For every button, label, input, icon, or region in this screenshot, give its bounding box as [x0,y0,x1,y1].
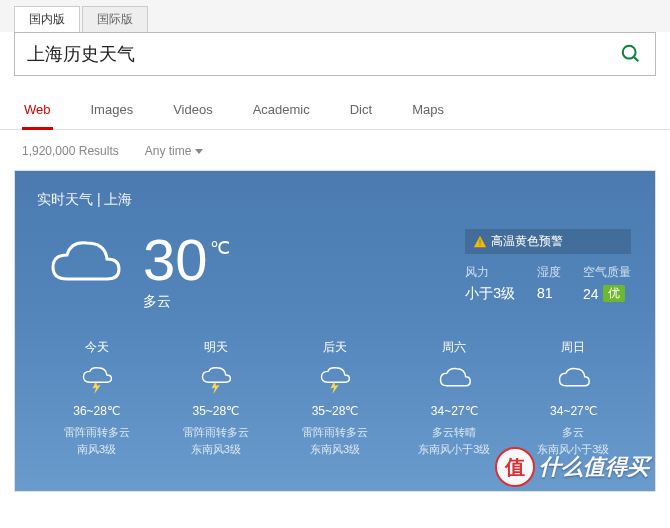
humidity-label: 湿度 [537,264,561,281]
search-button[interactable] [607,33,655,75]
tab-web[interactable]: Web [22,94,53,130]
forecast-temp: 36~28℃ [39,404,154,418]
chevron-down-icon [195,149,203,154]
weather-stats: 高温黄色预警 风力 小于3级 湿度 81 空气质量 24 优 [465,229,631,303]
svg-rect-3 [480,244,481,245]
forecast-day[interactable]: 明天35~28℃雷阵雨转多云东南风3级 [156,339,275,457]
forecast-day-name: 今天 [39,339,154,356]
weather-panel: 实时天气 | 上海 30 ℃ 多云 高温黄色预警 风力 [15,171,655,491]
svg-rect-2 [480,239,481,243]
results-meta: 1,920,000 Results Any time [0,130,670,170]
tab-videos[interactable]: Videos [171,94,215,129]
forecast-desc: 雷阵雨转多云 [158,424,273,441]
watermark: 值 什么值得买 [495,447,649,487]
forecast-day-name: 周日 [516,339,631,356]
search-bar [14,32,656,76]
weather-warning[interactable]: 高温黄色预警 [465,229,631,254]
forecast-temp: 34~27℃ [516,404,631,418]
forecast-day[interactable]: 周日34~27℃多云东南风小于3级 [514,339,633,457]
cloud-icon [436,366,472,394]
forecast-day[interactable]: 后天35~28℃雷阵雨转多云东南风3级 [275,339,394,457]
tab-international[interactable]: 国际版 [82,6,148,32]
watermark-logo-icon: 值 [495,447,535,487]
tab-academic[interactable]: Academic [251,94,312,129]
svg-line-1 [634,57,639,62]
time-filter-dropdown[interactable]: Any time [145,144,204,158]
cloud-icon [555,366,591,394]
warning-icon [473,235,487,249]
forecast-temp: 35~28℃ [277,404,392,418]
tab-dict[interactable]: Dict [348,94,374,129]
time-filter-label: Any time [145,144,192,158]
aqi-label: 空气质量 [583,264,631,281]
forecast-wind: 东南风3级 [158,441,273,458]
forecast-desc: 多云 [516,424,631,441]
current-temp: 30 [143,231,208,289]
tab-images[interactable]: Images [89,94,136,129]
forecast-day-name: 明天 [158,339,273,356]
forecast-row: 今天36~28℃雷阵雨转多云南风3级明天35~28℃雷阵雨转多云东南风3级后天3… [37,339,633,457]
svg-point-0 [623,46,636,59]
forecast-day-name: 后天 [277,339,392,356]
tab-maps[interactable]: Maps [410,94,446,129]
forecast-wind: 南风3级 [39,441,154,458]
forecast-desc: 多云转晴 [397,424,512,441]
tab-domestic[interactable]: 国内版 [14,6,80,32]
thunder-icon [79,366,115,394]
watermark-text: 什么值得买 [539,452,649,482]
forecast-day[interactable]: 今天36~28℃雷阵雨转多云南风3级 [37,339,156,457]
forecast-wind: 东南风3级 [277,441,392,458]
forecast-temp: 34~27℃ [397,404,512,418]
forecast-desc: 雷阵雨转多云 [39,424,154,441]
forecast-day-name: 周六 [397,339,512,356]
forecast-day[interactable]: 周六34~27℃多云转晴东南风小于3级 [395,339,514,457]
forecast-temp: 35~28℃ [158,404,273,418]
weather-card: 实时天气 | 上海 30 ℃ 多云 高温黄色预警 风力 [14,170,656,492]
forecast-desc: 雷阵雨转多云 [277,424,392,441]
temp-unit: ℃ [210,237,230,259]
weather-title: 实时天气 | 上海 [37,191,633,209]
search-input[interactable] [15,44,607,65]
category-tabs: Web Images Videos Academic Dict Maps [0,94,670,130]
humidity-value: 81 [537,285,561,301]
results-count: 1,920,000 Results [22,144,119,158]
wind-label: 风力 [465,264,515,281]
aqi-grade-badge: 优 [603,285,625,302]
thunder-icon [198,366,234,394]
current-desc: 多云 [143,293,230,311]
wind-value: 小于3级 [465,285,515,303]
search-icon [620,43,642,65]
aqi-value: 24 [583,286,599,302]
version-tabs: 国内版 国际版 [0,0,670,32]
thunder-icon [317,366,353,394]
cloud-icon [43,235,127,294]
